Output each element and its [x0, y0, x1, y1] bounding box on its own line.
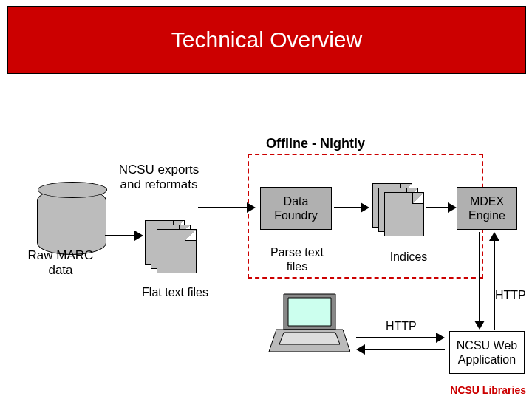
laptop-icon — [262, 291, 350, 358]
arrow-right-icon — [134, 231, 143, 241]
web-app-label: NCSU Web Application — [450, 338, 524, 366]
arrow-down-icon — [474, 321, 485, 330]
arrow-mdex-to-webapp — [479, 232, 480, 321]
arrow-webapp-to-laptop — [365, 349, 445, 350]
database-icon — [37, 188, 106, 255]
arrow-right-icon — [361, 202, 369, 213]
http-vertical-label: HTTP — [495, 288, 526, 302]
offline-section-label: Offline - Nightly — [266, 136, 365, 151]
arrow-foundry-to-indices — [334, 207, 361, 208]
arrow-right-icon — [247, 202, 256, 213]
arrow-files-to-foundry — [198, 207, 247, 208]
arrow-cyl-to-files — [105, 235, 134, 236]
flat-files-caption: Flat text files — [142, 285, 208, 299]
flat-files-icon — [145, 220, 197, 273]
data-foundry-box: Data Foundry — [260, 187, 332, 230]
parse-text-caption: Parse text files — [260, 245, 334, 273]
arrow-left-icon — [356, 344, 365, 355]
indices-caption: Indices — [383, 250, 434, 264]
web-app-box: NCSU Web Application — [449, 331, 525, 374]
title-banner: Technical Overview — [7, 6, 526, 74]
arrow-up-icon — [489, 232, 499, 241]
arrow-right-icon — [436, 332, 445, 343]
page-title: Technical Overview — [171, 27, 362, 52]
footer-brand: NCSU Libraries — [450, 384, 526, 396]
arrow-webapp-to-mdex — [494, 241, 495, 330]
svg-marker-1 — [288, 298, 331, 326]
http-horizontal-label: HTTP — [386, 319, 417, 333]
ncsu-exports-label: NCSU exports and reformats — [111, 163, 207, 193]
arrow-indices-to-mdex — [426, 207, 448, 208]
arrow-right-icon — [448, 202, 457, 213]
arrow-laptop-to-webapp — [356, 337, 436, 338]
indices-icon — [372, 183, 424, 236]
mdex-engine-label: MDEX Engine — [457, 194, 516, 222]
mdex-engine-box: MDEX Engine — [457, 187, 517, 230]
raw-marc-caption: Raw MARC data — [24, 248, 98, 279]
svg-marker-3 — [279, 332, 340, 344]
data-foundry-label: Data Foundry — [261, 194, 331, 222]
